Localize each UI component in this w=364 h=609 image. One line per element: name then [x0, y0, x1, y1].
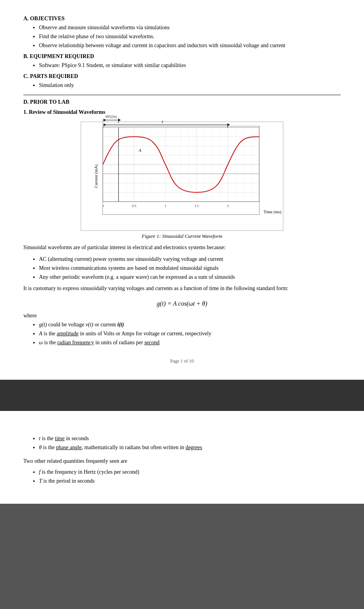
section-b: B. EQUIPMENT REQUIRED Software: PSpice 9… [23, 53, 341, 69]
svg-marker-47 [103, 119, 105, 121]
section-a-title: A. OBJECTIVES [23, 16, 341, 22]
page-1: A. OBJECTIVES Observe and measure sinuso… [0, 0, 364, 380]
page2-body: Two other related quantities frequently … [23, 457, 341, 466]
where-bullet-1a: g(t) [39, 322, 47, 328]
svg-marker-48 [118, 119, 121, 121]
y-axis-label: Current (mA) [94, 165, 98, 188]
where-bullet-1d: or current [93, 322, 117, 328]
section-c: C. PARTS REQUIRED Simulation only [23, 73, 341, 89]
section-b-title: B. EQUIPMENT REQUIRED [23, 53, 341, 60]
where-bullet-1c: v(t) [86, 322, 93, 328]
list-item: Observe and measure sinusoidal waveforms… [39, 23, 341, 32]
page2-bullets-1: t is the time in seconds θ is the phase … [39, 434, 341, 451]
where-bullet-2b: is the amplitude in units of Volts or Am… [42, 331, 212, 336]
x-axis-label: Time (ms) [263, 209, 281, 214]
list-item: Observe relationship between voltage and… [39, 41, 341, 50]
where-bullet-1e: i(t) [117, 322, 124, 328]
list-item: ω is the radian frequency in units of ra… [39, 338, 341, 347]
list-item: θ is the phase angle, mathematically in … [39, 443, 341, 451]
section-b-list: Software: PSpice 9.1 Student, or simulat… [39, 61, 341, 69]
section-d: D. PRIOR TO LAB 1. Review of Sinusoidal … [23, 99, 341, 364]
formula-text: g(t) = A cos(ωt + θ) [157, 300, 207, 307]
list-item: Most wireless communications systems are… [39, 264, 341, 272]
svg-text:0.5: 0.5 [132, 204, 137, 208]
page-2: t is the time in seconds θ is the phase … [0, 411, 364, 504]
svg-text:1.5: 1.5 [194, 204, 199, 208]
body-bullets-1: AC (alternating current) power systems u… [39, 255, 341, 281]
list-item: f is the frequency in Hertz (cycles per … [39, 468, 341, 476]
svg-text:2: 2 [227, 204, 229, 208]
where-bullet-2a: A [39, 331, 42, 336]
list-item: A is the amplitude in units of Volts or … [39, 329, 341, 338]
list-item: T is the period in seconds [39, 477, 341, 485]
chart-inner: 8 6 4 2 0 -2 -4 -6 -8 0.5 1 1 [102, 126, 260, 215]
svg-marker-51 [103, 124, 105, 126]
svg-marker-52 [228, 124, 230, 126]
body-text-1: Sinusoidal waveforms are of particular i… [23, 243, 341, 252]
page-number: Page 1 of 10 [23, 358, 341, 364]
body-text-2: It is customary to express sinusoidally … [23, 284, 341, 293]
figure-container: Current (mA) Time (ms) [23, 122, 341, 239]
section-c-title: C. PARTS REQUIRED [23, 73, 341, 80]
where-bullet-1b: could be voltage [47, 322, 86, 328]
list-item: t is the time in seconds [39, 434, 341, 443]
section-d-title: D. PRIOR TO LAB [23, 99, 341, 105]
svg-text:0: 0 [103, 204, 104, 208]
where-bullets: g(t) could be voltage v(t) or current i(… [39, 320, 341, 347]
chart-area: Current (mA) Time (ms) [81, 122, 283, 231]
section-c-list: Simulation only [39, 81, 341, 89]
where-label: where [23, 313, 341, 319]
subsection-1-title: 1. Review of Sinusoidal Waveforms [23, 109, 341, 115]
section-a: A. OBJECTIVES Observe and measure sinuso… [23, 16, 341, 50]
list-item: Simulation only [39, 81, 341, 89]
page-break [0, 380, 364, 411]
svg-text:T: T [161, 120, 164, 124]
list-item: Find the relative phase of two sinusoida… [39, 32, 341, 41]
svg-text:A: A [138, 148, 141, 152]
list-item: Software: PSpice 9.1 Student, or simulat… [39, 61, 341, 69]
section-divider [23, 95, 341, 95]
page2-bullets-2: f is the frequency in Hertz (cycles per … [39, 468, 341, 485]
where-bullet-3b: is the radian frequency in units of radi… [43, 340, 159, 345]
svg-text:1: 1 [164, 204, 166, 208]
list-item: g(t) could be voltage v(t) or current i(… [39, 320, 341, 329]
section-a-list: Observe and measure sinusoidal waveforms… [39, 23, 341, 50]
where-bullet-3a: ω [39, 340, 43, 345]
list-item: AC (alternating current) power systems u… [39, 255, 341, 263]
figure-caption: Figure 1: Sinusoidal Current Waveform [142, 233, 223, 239]
list-item: Any other periodic waveform (e.g. a squa… [39, 273, 341, 281]
chart-svg: 8 6 4 2 0 -2 -4 -6 -8 0.5 1 1 [103, 126, 259, 214]
formula-block: g(t) = A cos(ωt + θ) [23, 300, 341, 307]
